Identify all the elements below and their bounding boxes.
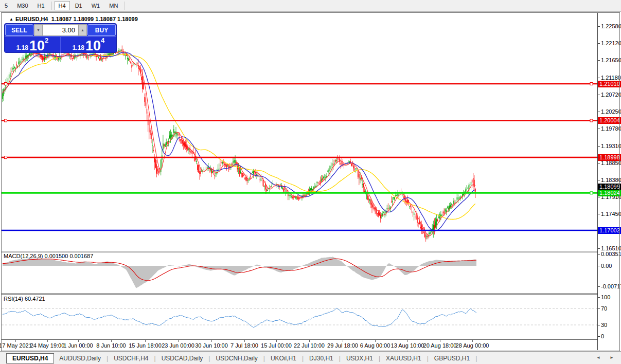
time-axis[interactable]: 17 May 202124 May 19:001 Jun 00:008 Jun … — [2, 339, 597, 351]
timeframe-toolbar: 5M30H1H4D1W1MN — [0, 0, 621, 12]
sell-button[interactable]: SELL — [5, 24, 33, 36]
bid-price-display[interactable]: 1.18102 — [5, 37, 61, 53]
macd-axis-value: 0.003515 — [601, 251, 621, 257]
price-axis-value: 1.19780 — [601, 125, 621, 132]
volume-input[interactable]: 3.00 — [43, 24, 78, 36]
chart-tab-gbpusd[interactable]: GBPUSD,H1 — [429, 353, 475, 363]
macd-axis-tick — [598, 286, 600, 287]
candles — [2, 46, 475, 242]
tab-separator: | — [263, 355, 265, 362]
timeframe-button-h1[interactable]: H1 — [33, 1, 49, 10]
rsi-axis-tick — [598, 297, 600, 298]
rsi-chart-svg[interactable] — [2, 295, 597, 339]
hline-marker[interactable] — [590, 119, 593, 122]
price-axis-value: 1.20250 — [601, 108, 621, 115]
price-level-label: 1.20004 — [598, 117, 621, 124]
time-axis-label: 15 Jul 00:00 — [261, 342, 292, 349]
collapse-triangle-icon[interactable]: ▲ — [9, 17, 13, 22]
price-axis-value: 1.21650 — [601, 57, 621, 63]
spinner-down-icon: ▼ — [37, 28, 40, 32]
tab-separator: | — [427, 355, 429, 362]
volume-increase-button[interactable]: ▲ — [78, 24, 87, 36]
chart-tab-dj30[interactable]: DJ30,H1 — [304, 353, 339, 363]
ma-line-6 — [3, 51, 475, 236]
spinner-up-icon: ▲ — [81, 28, 84, 32]
hline-marker[interactable] — [590, 192, 593, 194]
ask-price-sup: 4 — [101, 38, 104, 43]
rsi-axis-value: 30 — [601, 322, 607, 328]
timeframe-button-h4[interactable]: H4 — [55, 1, 70, 10]
time-axis-tick — [78, 340, 79, 342]
ma-line-16 — [3, 52, 475, 231]
ask-price-big: 10 — [85, 40, 101, 52]
time-axis-label: 17 May 2021 — [0, 342, 32, 349]
chart-tab-usdchf[interactable]: USDCHF,H4 — [109, 353, 153, 363]
time-axis-tick — [472, 340, 473, 342]
timeframe-button-d1[interactable]: D1 — [71, 1, 86, 10]
time-axis-label: 28 Aug 00:00 — [456, 342, 489, 349]
bid-price-prefix: 1.18 — [16, 44, 28, 52]
hline-marker[interactable] — [590, 83, 593, 85]
rsi-axis-tick — [598, 325, 600, 325]
hline-marker[interactable] — [5, 156, 7, 159]
chart-tab-usdcad[interactable]: USDCAD,Daily — [156, 353, 208, 363]
volume-decrease-button[interactable]: ▼ — [34, 24, 43, 36]
price-axis-value: 1.17450 — [601, 211, 621, 217]
time-axis-tick — [211, 340, 212, 342]
chart-tab-usdcnh[interactable]: USDCNH,Daily — [210, 353, 262, 363]
price-axis-tick — [598, 197, 600, 197]
price-axis-value: 1.20720 — [601, 92, 621, 98]
panel-divider[interactable] — [2, 251, 619, 252]
chart-tab-xauusd[interactable]: XAUUSD,H1 — [381, 353, 427, 363]
chart-symbol-period: EURUSD,H4 — [15, 16, 48, 22]
panel-divider[interactable] — [2, 293, 619, 295]
chart-tab-usdx[interactable]: USDX,H1 — [341, 353, 378, 363]
macd-axis-value: 0.00 — [601, 263, 612, 269]
price-axis-tick — [598, 163, 600, 163]
price-axis-tick — [598, 78, 600, 78]
hline-marker[interactable] — [5, 119, 7, 122]
macd-label: MACD(12,26,9) 0.001500 0.001687 — [4, 253, 93, 259]
time-axis-label: 15 Jun 18:00 — [129, 342, 162, 349]
price-axis-value: 1.19310 — [601, 143, 621, 149]
price-axis-value: 1.22580 — [601, 23, 621, 29]
ask-price-display[interactable]: 1.18104 — [61, 37, 116, 53]
one-click-trade-panel: SELL ▼ 3.00 ▲ BUY 1.18102 1.18104 — [4, 23, 117, 53]
tab-scroll-arrows[interactable]: ◄ ► — [596, 355, 618, 360]
tab-separator: | — [302, 355, 304, 362]
trade-panel-price-row: 1.18102 1.18104 — [5, 37, 116, 53]
price-axis-value: 1.22120 — [601, 40, 621, 46]
time-axis-tick — [47, 340, 48, 342]
hline-marker[interactable] — [5, 83, 7, 85]
volume-control: ▼ 3.00 ▲ — [34, 24, 87, 36]
time-axis-label: 29 Jul 18:00 — [327, 342, 358, 349]
rsi-axis-value: 70 — [601, 305, 607, 312]
time-axis-tick — [15, 340, 16, 342]
price-axis-tick — [598, 43, 600, 44]
timeframe-button-5[interactable]: 5 — [1, 1, 12, 10]
tab-separator: | — [379, 355, 380, 362]
price-axis-tick — [598, 95, 600, 95]
tab-separator: | — [107, 355, 108, 362]
time-axis-tick — [244, 340, 245, 342]
time-axis-label: 1 Jun 00:00 — [63, 342, 93, 349]
timeframe-button-mn[interactable]: MN — [105, 1, 122, 10]
chart-tab-audusd[interactable]: AUDUSD,Daily — [54, 353, 106, 363]
price-axis-tick — [598, 112, 600, 112]
price-axis-value: 1.18380 — [601, 177, 621, 183]
chart-tab-eurusd[interactable]: EURUSD,H4 — [6, 353, 54, 363]
timeframe-button-w1[interactable]: W1 — [87, 1, 104, 10]
trade-panel-top-row: SELL ▼ 3.00 ▲ BUY — [5, 24, 116, 37]
timeframe-button-m30[interactable]: M30 — [13, 1, 32, 10]
buy-button[interactable]: BUY — [87, 24, 116, 36]
rsi-axis-tick — [598, 308, 600, 309]
bid-price-big: 10 — [29, 40, 45, 52]
tab-separator: | — [154, 355, 156, 362]
ask-price-prefix: 1.18 — [73, 44, 84, 52]
time-axis-tick — [145, 340, 146, 342]
time-axis-label: 20 Aug 18:00 — [423, 342, 457, 349]
price-axis-tick — [598, 214, 600, 214]
price-axis-tick — [598, 26, 600, 27]
time-axis-tick — [407, 340, 408, 342]
chart-tab-ukoil[interactable]: UKOil,H1 — [265, 353, 301, 363]
